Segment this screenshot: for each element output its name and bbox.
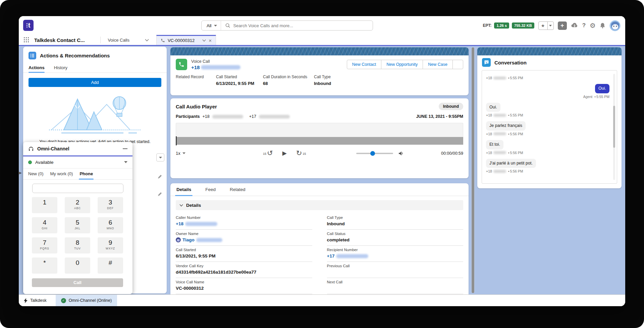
recipient-number-link[interactable]: +17 xyxy=(327,253,335,259)
chevron-down-icon xyxy=(182,152,185,154)
close-icon[interactable]: × xyxy=(209,38,212,43)
dialpad-key-9[interactable]: 9WXYZ xyxy=(98,237,123,253)
message-bubble: Et toi. xyxy=(486,140,503,149)
field-label: Previous Call xyxy=(327,264,464,268)
forward-15-icon[interactable]: ↻ 15 xyxy=(296,150,306,156)
search-input[interactable] xyxy=(230,23,373,28)
actions-list-icon xyxy=(29,52,36,59)
minimize-icon[interactable] xyxy=(123,148,127,149)
voice-calls-tab-dropdown[interactable] xyxy=(133,35,156,45)
tab-details[interactable]: Details xyxy=(176,183,191,196)
record-header-row: Voice Call +18 New Contact New Opportuni… xyxy=(170,55,469,70)
record-phone-link[interactable]: +18 xyxy=(191,64,240,70)
rewind-15-icon[interactable]: 15 ↺ xyxy=(263,150,273,156)
add-button[interactable]: Add xyxy=(29,78,161,87)
dialpad-key-3[interactable]: 3DEF xyxy=(98,197,123,213)
search-icon xyxy=(225,23,230,28)
tab-related[interactable]: Related xyxy=(230,183,246,196)
call-button[interactable]: Call xyxy=(32,278,123,287)
chevron-down-icon xyxy=(179,204,183,206)
new-contact-button[interactable]: New Contact xyxy=(347,60,382,69)
conversation-scrollbar-thumb[interactable] xyxy=(613,106,615,148)
more-actions-dropdown[interactable] xyxy=(452,60,463,69)
quick-create-icon[interactable]: + xyxy=(558,21,567,30)
notifications-bell-icon[interactable] xyxy=(600,22,605,29)
dialpad-key-7[interactable]: 7PQRS xyxy=(32,237,57,253)
tab-voice-calls[interactable]: Voice Calls xyxy=(101,35,133,45)
dialpad-key-6[interactable]: 6MNO xyxy=(98,217,123,233)
utility-omni-label: Omni-Channel (Online) xyxy=(69,298,112,303)
user-avatar[interactable] xyxy=(609,20,621,31)
tab-history[interactable]: History xyxy=(54,63,67,73)
field-value: 68 xyxy=(263,81,314,86)
tab-feed[interactable]: Feed xyxy=(205,183,216,196)
new-opportunity-button[interactable]: New Opportunity xyxy=(381,60,423,69)
tab-new[interactable]: New (0) xyxy=(28,169,44,179)
field-voice-call-name: Voice Call Name VC-00000312 xyxy=(176,278,312,294)
audio-player-title-row: Call Audio Player Inbound xyxy=(176,103,463,110)
talkdesk-logo[interactable]: t xyxy=(23,20,34,31)
record-detail-card: Details Feed Related Details Caller Numb… xyxy=(170,183,469,294)
key-letters: DEF xyxy=(107,206,113,210)
new-case-button[interactable]: New Case xyxy=(423,60,453,69)
cloud-sync-icon[interactable] xyxy=(571,22,578,29)
page-scrollbar-thumb[interactable] xyxy=(472,47,474,293)
dialpad-key-0[interactable]: 0 xyxy=(65,257,90,274)
field-call-started: Call Started 6/13/2021, 9:55 PM xyxy=(216,75,263,86)
dialpad-key-5[interactable]: 5JKL xyxy=(65,217,90,233)
field-label: Related Record xyxy=(176,75,216,79)
record-entity-text: Voice Call +18 xyxy=(191,59,240,70)
help-icon[interactable]: ? xyxy=(582,22,586,29)
panel-collapse-arrow[interactable]: ▶ xyxy=(19,171,22,175)
utility-omni-channel[interactable]: ✓ Omni-Channel (Online) xyxy=(56,295,117,306)
message-bubble: Oui. xyxy=(486,103,500,112)
dial-number-input[interactable] xyxy=(32,184,123,193)
speaker-icon[interactable] xyxy=(398,151,404,156)
field-call-type: Call Type Inbound xyxy=(314,75,463,86)
message-time: 5:56 PM xyxy=(507,169,523,173)
tab-phone[interactable]: Phone xyxy=(79,169,93,179)
utility-talkdesk-label: Talkdesk xyxy=(30,298,47,303)
dialpad-key-4[interactable]: 4GHI xyxy=(32,217,57,233)
app-launcher-icon[interactable] xyxy=(19,35,34,45)
favorites-star-icon[interactable]: ★ xyxy=(539,22,548,30)
details-section-toggle[interactable]: Details xyxy=(176,200,463,210)
dialpad-key-2[interactable]: 2ABC xyxy=(65,197,90,213)
volume-slider[interactable] xyxy=(356,153,393,154)
dialpad-key-hash[interactable]: # xyxy=(98,257,123,274)
edit-pencil-icon[interactable] xyxy=(158,192,162,198)
utility-talkdesk[interactable]: Talkdesk xyxy=(19,295,52,306)
empty-state-illustration xyxy=(43,92,147,137)
field-dropdown-button[interactable] xyxy=(156,153,164,161)
record-detail-tabs: Details Feed Related xyxy=(170,183,469,196)
presence-status-select[interactable]: Available xyxy=(23,156,132,169)
progress-bar[interactable] xyxy=(176,137,463,145)
page-scrollbar[interactable] xyxy=(471,47,475,293)
edit-pencil-icon[interactable] xyxy=(158,174,162,180)
chevron-down-icon xyxy=(124,161,127,163)
tab-actions[interactable]: Actions xyxy=(29,63,45,73)
redacted-phone-chip xyxy=(185,222,217,226)
search-scope-select[interactable]: All xyxy=(202,21,221,30)
playhead[interactable] xyxy=(176,136,177,145)
owner-name-link[interactable]: Tiago xyxy=(182,237,195,242)
playback-speed-select[interactable]: 1x xyxy=(176,151,199,156)
play-icon[interactable]: ▶ xyxy=(282,150,287,157)
setup-gear-icon[interactable]: ⚙ xyxy=(590,22,596,29)
dialpad-key-star[interactable]: * xyxy=(32,257,57,274)
caller-number-link[interactable]: +18 xyxy=(176,221,183,226)
dialpad-key-1[interactable]: 1 xyxy=(32,197,57,213)
chevron-down-icon[interactable] xyxy=(202,39,206,42)
record-tab-label: VC-00000312 xyxy=(168,38,200,43)
redacted-phone-chip xyxy=(259,115,290,119)
redacted-phone-chip xyxy=(493,151,506,154)
global-header: t All EPT: 1.26 s 755.32 KB ★ xyxy=(19,16,625,35)
favorites-dropdown[interactable] xyxy=(548,22,553,30)
tab-record-vc-00000312[interactable]: VC-00000312 × xyxy=(156,35,216,45)
key-digit: 3 xyxy=(109,199,112,206)
volume-slider-handle[interactable] xyxy=(370,151,375,156)
conversation-icon xyxy=(482,58,491,67)
dialpad-key-8[interactable]: 8TUV xyxy=(65,237,90,253)
tab-my-work[interactable]: My work (0) xyxy=(50,169,73,179)
app-name[interactable]: Talkdesk Contact C... xyxy=(34,35,100,45)
